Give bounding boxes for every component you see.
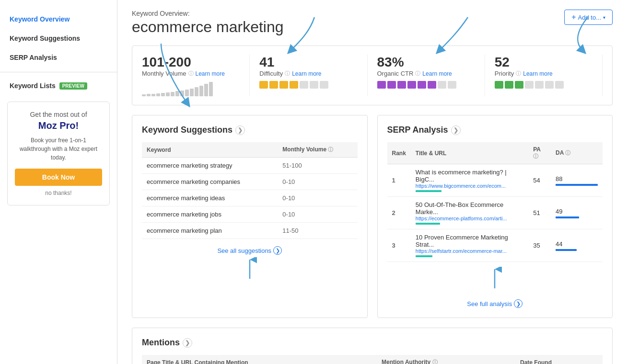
promo-title: Get the most out of (15, 111, 102, 118)
vol-bar-12 (195, 87, 198, 96)
pri-bar-5 (535, 81, 544, 89)
promo-box: Get the most out of Moz Pro! Book your f… (7, 102, 110, 205)
diff-bar-7 (320, 81, 328, 89)
priority-bars (495, 81, 592, 89)
sidebar-item-keyword-overview[interactable]: Keyword Overview (0, 10, 117, 29)
col-mention-authority: Mention Authority ⓘ (377, 355, 515, 364)
serp-url-1[interactable]: https://www.bigcommerce.com/ecom... (416, 183, 523, 189)
serp-analysis-nav-icon[interactable]: ❯ (451, 125, 461, 135)
ctr-bar-3 (397, 81, 406, 89)
header-area: Keyword Overview: ecommerce marketing + … (132, 10, 613, 105)
diff-bar-4 (290, 81, 298, 89)
vol-bar-15 (209, 82, 213, 96)
annotation-up-arrow-serp (387, 267, 603, 292)
vol-bar-1 (142, 94, 146, 96)
vol-bar-9 (180, 91, 184, 96)
pri-bar-2 (505, 81, 513, 89)
ctr-bar-8 (448, 81, 456, 89)
vol-bar-6 (166, 92, 170, 96)
col-date-found: Date Found (515, 355, 603, 364)
promo-headline: Moz Pro! (15, 120, 102, 131)
info-icon-mention-auth[interactable]: ⓘ (432, 359, 438, 364)
info-icon-ctr[interactable]: ⓘ (415, 70, 420, 77)
learn-more-ctr[interactable]: Learn more (422, 70, 452, 77)
volume-bars (142, 81, 240, 96)
serp-url-2[interactable]: https://ecommerce-platforms.com/arti... (416, 216, 523, 221)
table-row: 3 10 Proven Ecommerce Marketing Strat...… (387, 229, 603, 262)
vol-bar-7 (171, 92, 174, 96)
pri-bar-3 (515, 81, 523, 89)
annotation-up-arrow (142, 257, 358, 283)
sidebar-divider (0, 72, 117, 72)
mentions-card: Mentions ❯ Page Title & URL Containing M… (132, 328, 613, 364)
ctr-bar-7 (438, 81, 446, 89)
info-icon-difficulty[interactable]: ⓘ (285, 70, 290, 77)
vol-bar-8 (175, 91, 179, 96)
no-thanks-link[interactable]: no thanks! (15, 190, 102, 196)
col-pa: PA ⓘ (528, 142, 551, 164)
pri-bar-6 (545, 81, 554, 89)
col-page-title: Page Title & URL Containing Mention (142, 355, 377, 364)
col-keyword: Keyword (142, 142, 278, 158)
info-icon-priority[interactable]: ⓘ (516, 70, 521, 77)
table-row: ecommerce marketing jobs 0-10 (142, 206, 358, 223)
col-title-url: Title & URL (411, 142, 528, 164)
metric-difficulty: 41 Difficulty ⓘ Learn more (250, 55, 367, 96)
learn-more-difficulty[interactable]: Learn more (292, 70, 321, 77)
keyword-suggestions-card: Keyword Suggestions ❯ Keyword Monthly Vo… (132, 115, 368, 318)
metric-organic-ctr: 83% Organic CTR ⓘ Learn more (368, 55, 485, 96)
see-full-analysis-link: See full analysis ❯ (387, 299, 603, 308)
info-icon-pa[interactable]: ⓘ (533, 153, 538, 159)
da-bar-3 (556, 249, 598, 251)
serp-url-3[interactable]: https://selfstartr.com/ecommerce-mar... (416, 248, 523, 254)
vol-bar-11 (190, 89, 194, 96)
info-icon-volume[interactable]: ⓘ (188, 70, 194, 77)
metric-value-priority: 52 (495, 55, 592, 70)
table-row: ecommerce marketing strategy 51-100 (142, 158, 358, 174)
book-now-button[interactable]: Book Now (15, 169, 102, 186)
keyword-suggestions-nav-icon[interactable]: ❯ (235, 125, 245, 135)
keyword-suggestions-title: Keyword Suggestions ❯ (142, 125, 358, 135)
circle-arrow-icon-serp: ❯ (514, 299, 522, 308)
diff-bar-2 (269, 81, 278, 89)
difficulty-bars (259, 81, 357, 89)
info-icon-da[interactable]: ⓘ (565, 150, 570, 156)
metric-label-difficulty: Difficulty ⓘ Learn more (259, 70, 357, 77)
serp-analysis-title: SERP Analysis ❯ (387, 125, 603, 135)
da-bar-2 (556, 216, 598, 218)
vol-bar-13 (199, 86, 203, 96)
ctr-bar-1 (377, 81, 386, 89)
vol-bar-5 (161, 93, 165, 96)
page-title-section: Keyword Overview: ecommerce marketing (132, 10, 284, 36)
vol-bar-14 (204, 84, 208, 96)
mentions-table: Page Title & URL Containing Mention Ment… (142, 355, 603, 364)
plus-icon: + (571, 13, 576, 22)
ctr-bar-4 (407, 81, 416, 89)
add-to-button[interactable]: + Add to... ▾ (564, 10, 613, 25)
keyword-suggestions-table: Keyword Monthly Volume ⓘ ecommerce marke… (142, 142, 358, 239)
diff-bar-3 (279, 81, 288, 89)
learn-more-volume[interactable]: Learn more (196, 70, 225, 77)
metric-label-volume: Monthly Volume ⓘ Learn more (142, 70, 240, 77)
sidebar-item-serp-analysis[interactable]: SERP Analysis (0, 48, 117, 67)
col-volume: Monthly Volume ⓘ (278, 142, 357, 158)
serp-table: Rank Title & URL PA ⓘ DA ⓘ (387, 142, 603, 262)
metric-label-priority: Priority ⓘ Learn more (495, 70, 592, 77)
learn-more-priority[interactable]: Learn more (523, 70, 552, 77)
ctr-bar-5 (418, 81, 426, 89)
col-da: DA ⓘ (551, 142, 603, 164)
main-content: Keyword Overview: ecommerce marketing + … (117, 0, 627, 364)
metrics-row: 101-200 Monthly Volume ⓘ Learn more (132, 46, 613, 105)
caret-icon: ▾ (603, 15, 605, 20)
pri-bar-7 (555, 81, 564, 89)
promo-desc: Book your free 1-on-1 walkthrough with a… (15, 136, 102, 162)
mentions-nav-icon[interactable]: ❯ (183, 338, 192, 348)
ctr-bar-6 (428, 81, 436, 89)
sidebar-item-keyword-suggestions[interactable]: Keyword Suggestions (0, 29, 117, 48)
metric-value-difficulty: 41 (259, 55, 357, 70)
ctr-bar-2 (387, 81, 396, 89)
sidebar-keyword-lists: Keyword Lists PREVIEW (0, 77, 117, 94)
metric-label-ctr: Organic CTR ⓘ Learn more (377, 70, 475, 77)
info-icon-volume-col[interactable]: ⓘ (328, 147, 333, 152)
mentions-title: Mentions ❯ (142, 338, 603, 348)
